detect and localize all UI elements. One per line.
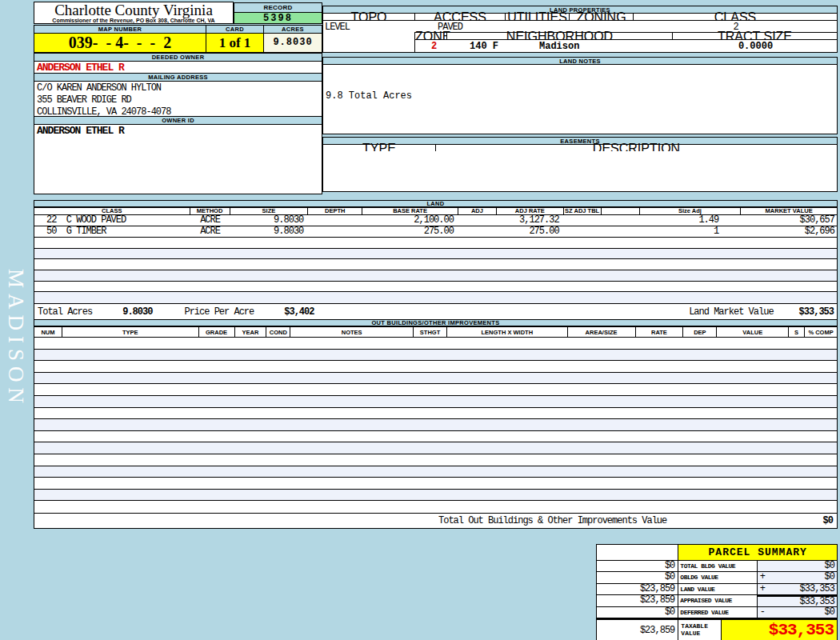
taxable-value: $33,353 — [722, 620, 837, 640]
col-market-value: MARKET VALUE — [741, 208, 837, 214]
summary-row-total-bldg: $0 TOTAL BLDG VALUE $0 — [597, 561, 837, 572]
land-adj — [458, 226, 497, 237]
owner-id-value: ANDERSON ETHEL R — [34, 124, 322, 138]
col-adj-rate: ADJ RATE — [497, 208, 564, 214]
land-size: 9.8030 — [230, 215, 309, 226]
topo-value: LEVEL — [325, 22, 350, 33]
land-market-value: $2,696 — [741, 226, 837, 237]
land-blank — [602, 226, 640, 237]
left-value: $0 — [597, 561, 678, 571]
parcel-summary: PARCEL SUMMARY $0 TOTAL BLDG VALUE $0 $0… — [596, 544, 838, 640]
land-totals-row: Total Acres 9.8030 Price Per Acre $3,402… — [34, 304, 838, 321]
land-row-1: 22 C WOOD PAVED ACRE 9.8030 2,100.00 3,1… — [34, 215, 838, 226]
row-value: $33,353 — [769, 597, 837, 606]
empty-row — [34, 270, 837, 282]
easements-box — [322, 151, 838, 192]
empty-row — [34, 501, 837, 513]
land-section: LAND CLASS METHOD SIZE DEPTH BASE RATE A… — [34, 200, 838, 321]
col-year: YEAR — [235, 327, 267, 337]
empty-row — [34, 259, 837, 270]
col-rate: RATE — [636, 327, 684, 337]
empty-row — [34, 454, 837, 466]
summary-row-land: $23,859 LAND VALUE +$33,353 — [597, 584, 837, 595]
row-value: $33,353 — [769, 584, 837, 594]
map-number-value: 039- - 4- - - 2 — [34, 33, 206, 53]
empty-row — [34, 282, 837, 293]
operator: + — [758, 584, 769, 594]
parcel-summary-header: PARCEL SUMMARY — [597, 545, 837, 561]
col-area-size: AREA/SIZE — [568, 327, 636, 337]
empty-row — [34, 350, 837, 362]
empty-row — [34, 361, 837, 373]
out-buildings-section: OUT BUILDINGS/OTHER IMPROVEMENTS NUM TYP… — [34, 319, 838, 529]
land-adj-rate: 3,127.32 — [497, 215, 564, 226]
land-empty-rows — [34, 238, 838, 304]
col-pct-comp: % COMP — [805, 327, 837, 337]
empty-row — [34, 466, 837, 478]
land-depth — [308, 215, 362, 226]
empty-row — [34, 373, 837, 385]
empty-row — [34, 490, 837, 502]
land-base-rate: 275.00 — [362, 226, 458, 237]
out-buildings-total-value: $0 — [823, 515, 833, 526]
price-per-acre-value: $3,402 — [284, 306, 314, 318]
property-record-card: MADISON Charlotte County Virginia Commis… — [0, 0, 840, 640]
empty-row — [34, 478, 837, 490]
col-num: NUM — [34, 327, 62, 337]
land-method: ACRE — [190, 226, 230, 237]
left-value: $23,859 — [597, 584, 678, 594]
row-label: LAND VALUE — [678, 584, 757, 594]
land-size-adj: 1.49 — [639, 215, 741, 226]
land-adj — [458, 215, 497, 226]
empty-row — [34, 249, 837, 260]
county-title: Charlotte County Virginia — [34, 2, 233, 18]
land-class: 50 G TIMBER — [34, 226, 190, 237]
empty-row — [34, 431, 837, 443]
col-depth: DEPTH — [308, 208, 362, 214]
empty-row — [34, 292, 837, 303]
summary-row-appraised: $23,859 APPRAISED VALUE $33,353 — [597, 595, 837, 606]
col-length-width: LENGTH X WIDTH — [447, 327, 568, 337]
col-sthgt: STHGT — [414, 327, 447, 337]
empty-row — [34, 419, 837, 431]
land-notes-box: 9.8 Total Acres — [322, 64, 838, 134]
col-value: VALUE — [717, 327, 789, 337]
tract-size-value: 0.0000 — [673, 40, 838, 53]
col-blank — [602, 208, 640, 214]
left-value: $23,859 — [597, 595, 678, 606]
land-sz-adj-tbl — [564, 215, 602, 226]
neighborhood-code: 140 F — [470, 40, 498, 53]
col-method: METHOD — [190, 208, 230, 214]
summary-row-obldg: $0 OBLDG VALUE +$0 — [597, 572, 837, 583]
col-notes: NOTES — [290, 327, 414, 337]
summary-row-deferred: $0 DEFERRED VALUE -$0 — [597, 607, 837, 618]
out-buildings-empty-rows — [34, 338, 838, 514]
owner-id-empty-area — [34, 137, 322, 194]
empty-row — [34, 396, 837, 408]
price-per-acre-label: Price Per Acre — [184, 306, 254, 318]
empty-row — [34, 384, 837, 396]
col-size-adj: Size Adj — [640, 208, 742, 214]
row-label: DEFERRED VALUE — [678, 607, 757, 618]
total-acres-label: Total Acres — [38, 306, 92, 318]
out-buildings-total-row: Total Out Buildings & Other Improvements… — [34, 514, 838, 529]
col-adj: ADJ — [458, 208, 497, 214]
out-buildings-title: OUT BUILDINGS/OTHER IMPROVEMENTS — [34, 319, 838, 326]
taxable-label: TAXABLE VALUE — [678, 620, 722, 640]
row-label: APPRAISED VALUE — [678, 595, 757, 606]
taxable-left-value: $23,859 — [597, 620, 678, 640]
land-market-value: $30,657 — [741, 215, 837, 226]
acres-value: 9.8030 — [263, 33, 322, 53]
address-line-1: C/O KAREN ANDERSON HYLTON — [37, 82, 322, 94]
row-label: OBLDG VALUE — [678, 572, 757, 582]
col-type: TYPE — [62, 327, 199, 337]
col-base-rate: BASE RATE — [362, 208, 458, 214]
mailing-address: C/O KAREN ANDERSON HYLTON 355 BEAVER RDI… — [34, 81, 322, 117]
land-row-2: 50 G TIMBER ACRE 9.8030 275.00 275.00 1 … — [34, 226, 838, 238]
parcel-summary-blank-cell — [597, 545, 678, 560]
land-sz-adj-tbl — [564, 226, 602, 237]
operator — [758, 561, 769, 571]
left-value: $0 — [597, 572, 678, 582]
col-dep: DEP — [683, 327, 717, 337]
land-size: 9.8030 — [230, 226, 309, 237]
